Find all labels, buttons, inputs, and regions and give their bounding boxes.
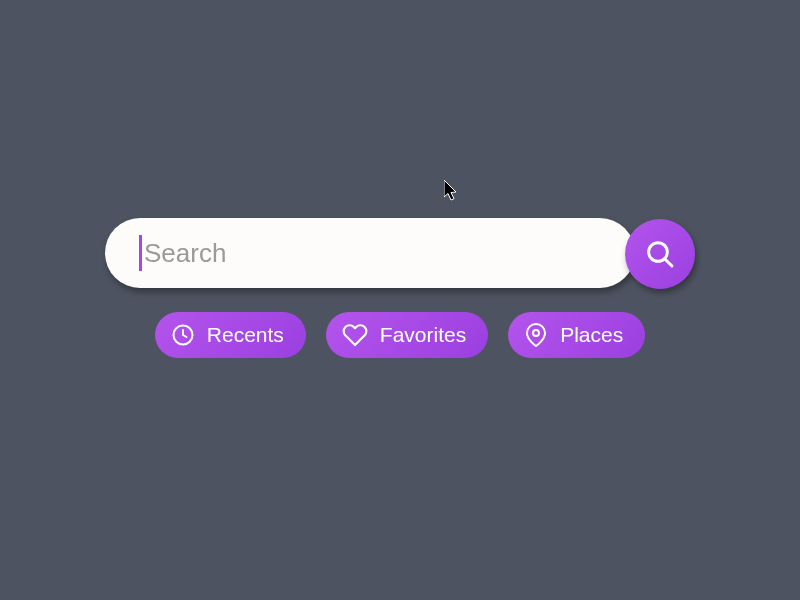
heart-icon bbox=[342, 322, 368, 348]
clock-icon bbox=[171, 323, 195, 347]
pin-icon bbox=[524, 323, 548, 347]
chip-label: Recents bbox=[207, 323, 284, 347]
search-icon bbox=[644, 238, 676, 270]
search-button[interactable] bbox=[625, 219, 695, 289]
search-bar-wrapper bbox=[105, 218, 695, 288]
search-bar[interactable] bbox=[105, 218, 635, 288]
text-cursor bbox=[139, 235, 142, 271]
chip-favorites[interactable]: Favorites bbox=[326, 312, 488, 358]
mouse-cursor-icon bbox=[444, 180, 462, 208]
filter-chips: Recents Favorites Places bbox=[155, 312, 645, 358]
chip-places[interactable]: Places bbox=[508, 312, 645, 358]
chip-label: Favorites bbox=[380, 323, 466, 347]
search-input[interactable] bbox=[144, 238, 564, 269]
svg-line-1 bbox=[665, 259, 672, 266]
search-container: Recents Favorites Places bbox=[105, 218, 695, 358]
chip-recents[interactable]: Recents bbox=[155, 312, 306, 358]
chip-label: Places bbox=[560, 323, 623, 347]
svg-point-3 bbox=[533, 330, 539, 336]
